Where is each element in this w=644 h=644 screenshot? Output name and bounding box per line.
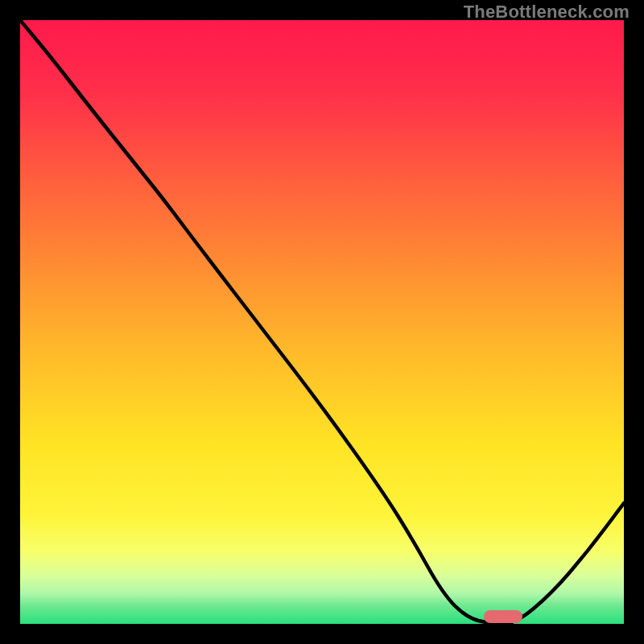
- chart-frame: TheBottleneck.com: [0, 0, 644, 644]
- optimal-zone-marker: [484, 610, 522, 623]
- plot-area: [20, 20, 624, 624]
- bottleneck-curve: [20, 20, 624, 624]
- curve-layer: [20, 20, 624, 624]
